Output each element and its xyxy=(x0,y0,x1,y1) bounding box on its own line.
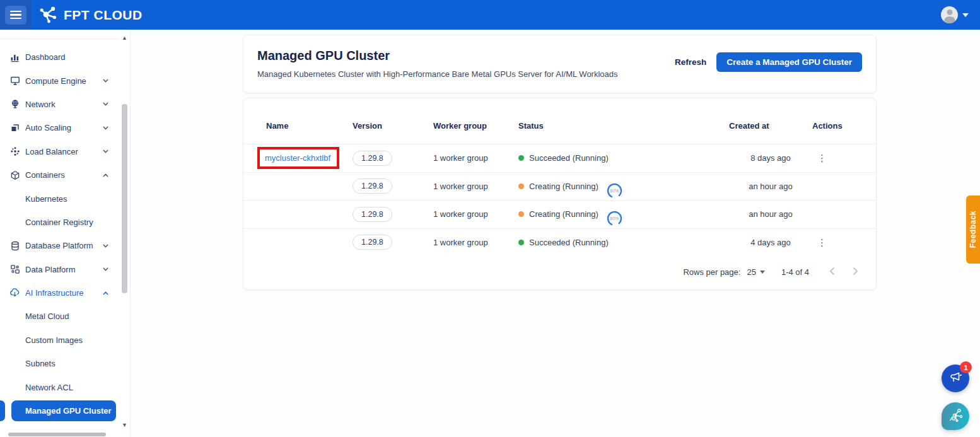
user-menu-caret-icon[interactable] xyxy=(962,13,969,17)
scroll-up-arrow-icon[interactable]: ▲ xyxy=(122,35,127,41)
chevron-down-icon xyxy=(102,148,109,155)
page-header-card: Managed GPU Cluster Managed Kubernetes C… xyxy=(243,35,877,93)
created-at-cell: 8 days ago xyxy=(729,153,812,163)
created-at-cell: 4 days ago xyxy=(729,238,812,247)
hamburger-menu-button[interactable] xyxy=(5,6,26,25)
sidebar-item-label: Kubernetes xyxy=(25,194,67,204)
scrollbar-thumb[interactable] xyxy=(122,104,127,293)
sidebar-nav-list: DashboardCompute EngineNetworkAuto Scali… xyxy=(0,39,119,422)
sidebar-item-auto-scaling[interactable]: Auto Scaling xyxy=(0,116,119,139)
sidebar-item-label: Compute Engine xyxy=(25,76,86,86)
feedback-tab[interactable]: Feedback xyxy=(966,195,980,264)
chevron-up-icon xyxy=(102,289,109,296)
table-header-row: NameVersionWorker groupStatusCreated atA… xyxy=(243,98,876,144)
sidebar-item-label: Network ACL xyxy=(25,383,73,392)
page-subtitle: Managed Kubernetes Cluster with High-Per… xyxy=(257,69,618,79)
sidebar-item-data-platform[interactable]: Data Platform xyxy=(0,258,119,281)
worker-group-cell: 1 worker group xyxy=(433,153,518,163)
announcements-button[interactable]: 1 xyxy=(942,364,969,392)
main-content: Managed GPU Cluster Managed Kubernetes C… xyxy=(131,30,980,437)
pagination-range: 1-4 of 4 xyxy=(781,267,809,277)
sidebar-vertical-scrollbar[interactable]: ▲ ▼ xyxy=(120,30,129,429)
worker-group-cell: 1 worker group xyxy=(433,182,518,191)
rows-per-page-select[interactable]: 25 xyxy=(747,267,764,277)
status-text: Succeeded (Running) xyxy=(529,153,609,163)
dashboard-icon xyxy=(9,52,20,62)
sidebar-item-network[interactable]: Network xyxy=(0,93,119,116)
sidebar-item-load-balancer[interactable]: Load Balancer xyxy=(0,140,119,163)
table-row: 1.29.81 worker groupCreating (Running)80… xyxy=(243,200,876,228)
sidebar-horizontal-scrollbar[interactable] xyxy=(0,433,119,437)
sidebar-item-containers[interactable]: Containers xyxy=(0,163,119,187)
autoscaling-icon xyxy=(9,122,20,133)
sidebar: DashboardCompute EngineNetworkAuto Scali… xyxy=(0,30,131,437)
next-page-button[interactable] xyxy=(853,267,858,277)
ai-icon xyxy=(9,288,20,298)
refresh-button[interactable]: Refresh xyxy=(675,57,706,67)
sidebar-item-label: Load Balancer xyxy=(25,147,78,156)
sidebar-item-database-platform[interactable]: Database Platform xyxy=(0,234,119,257)
chevron-down-icon xyxy=(102,124,109,131)
chevron-down-icon xyxy=(102,242,109,249)
megaphone-icon xyxy=(948,370,962,387)
sidebar-item-label: Auto Scaling xyxy=(25,123,71,132)
scroll-down-arrow-icon[interactable]: ▼ xyxy=(122,422,127,428)
table-body: mycluster-ckhxtlbf1.29.81 worker groupSu… xyxy=(243,144,876,256)
column-header-status: Status xyxy=(518,121,729,131)
sidebar-item-label: Containers xyxy=(25,170,65,180)
database-icon xyxy=(9,240,20,251)
sidebar-item-label: Database Platform xyxy=(25,241,93,250)
loadbalancer-icon xyxy=(9,146,20,157)
page-title: Managed GPU Cluster xyxy=(257,48,618,63)
network-icon xyxy=(9,99,20,110)
sidebar-item-custom-images[interactable]: Custom Images xyxy=(0,329,119,352)
sidebar-item-label: Custom Images xyxy=(25,335,83,345)
sidebar-item-label: Dashboard xyxy=(25,52,66,62)
sidebar-item-ai-infrastructure[interactable]: AI Infrastructure xyxy=(0,281,119,305)
sidebar-item-label: Metal Cloud xyxy=(25,312,69,321)
row-actions-kebab-button[interactable]: ⋮ xyxy=(812,152,832,164)
create-cluster-button[interactable]: Create a Managed GPU Cluster xyxy=(716,52,862,72)
worker-group-cell: 1 worker group xyxy=(433,238,518,247)
status-dot-creating xyxy=(518,184,524,189)
table-row: 1.29.81 worker groupSucceeded (Running)4… xyxy=(243,228,876,257)
sidebar-item-label: AI Infrastructure xyxy=(25,288,83,298)
sidebar-item-container-registry[interactable]: Container Registry xyxy=(0,211,119,234)
sidebar-item-label: Container Registry xyxy=(25,218,93,227)
rows-per-page-label: Rows per page: xyxy=(683,267,740,277)
red-annotation-box: mycluster-ckhxtlbf xyxy=(257,147,339,169)
sidebar-item-dashboard[interactable]: Dashboard xyxy=(0,45,119,69)
row-actions-kebab-button[interactable]: ⋮ xyxy=(812,236,832,248)
cluster-table-card: NameVersionWorker groupStatusCreated atA… xyxy=(243,98,877,290)
containers-icon xyxy=(9,170,20,180)
brand-name: FPT CLOUD xyxy=(64,8,143,23)
scrollbar-thumb-horizontal[interactable] xyxy=(8,433,106,436)
sidebar-item-kubernetes[interactable]: Kubernetes xyxy=(0,187,119,210)
status-text: Creating (Running) xyxy=(529,182,598,191)
worker-group-cell: 1 worker group xyxy=(433,209,518,219)
feedback-label: Feedback xyxy=(969,211,977,248)
sidebar-item-compute-engine[interactable]: Compute Engine xyxy=(0,69,119,92)
sidebar-item-managed-gpu-cluster[interactable]: Managed GPU Clusterbeta xyxy=(0,399,119,422)
ai-molecule-icon: AI xyxy=(947,406,964,426)
version-badge: 1.29.8 xyxy=(353,207,392,222)
sidebar-item-label: Network xyxy=(25,100,55,109)
ai-assistant-button[interactable]: AI xyxy=(942,402,969,430)
version-badge: 1.29.8 xyxy=(353,235,392,250)
sidebar-item-network-acl[interactable]: Network ACL xyxy=(0,375,119,399)
column-header-name: Name xyxy=(266,121,353,131)
column-header-created-at: Created at xyxy=(729,121,812,131)
sidebar-item-metal-cloud[interactable]: Metal Cloud xyxy=(0,305,119,328)
sidebar-item-subnets[interactable]: Subnets xyxy=(0,352,119,375)
column-header-actions: Actions xyxy=(812,121,863,131)
previous-page-button[interactable] xyxy=(829,267,835,277)
table-row: mycluster-ckhxtlbf1.29.81 worker groupSu… xyxy=(243,144,876,172)
cluster-name-link[interactable]: mycluster-ckhxtlbf xyxy=(265,153,330,163)
chevron-down-icon xyxy=(102,101,109,108)
status-text: Succeeded (Running) xyxy=(529,238,609,247)
user-avatar[interactable] xyxy=(941,6,958,23)
sidebar-item-label: Data Platform xyxy=(25,265,75,274)
compute-icon xyxy=(9,76,20,86)
svg-text:AI: AI xyxy=(949,416,955,422)
dataplatform-icon xyxy=(9,264,20,275)
